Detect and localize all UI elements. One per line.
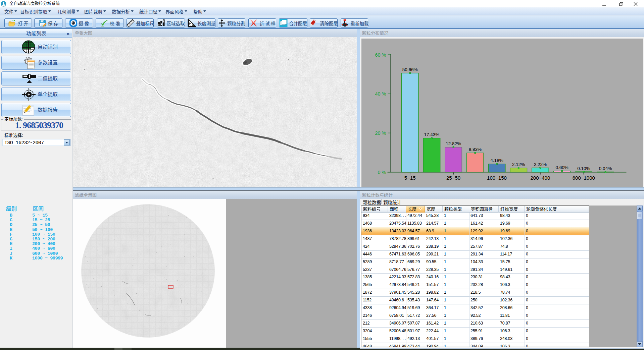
svg-text:50.66%: 50.66% <box>402 67 418 72</box>
svg-text:100~150: 100~150 <box>487 175 507 181</box>
svg-text:17.43%: 17.43% <box>424 132 440 137</box>
svg-text:60 %: 60 % <box>375 52 386 58</box>
svg-text:12.82%: 12.82% <box>446 141 461 146</box>
svg-text:4.18%: 4.18% <box>490 158 503 163</box>
svg-text:0.10%: 0.10% <box>577 166 590 171</box>
svg-text:20 %: 20 % <box>375 130 386 136</box>
svg-text:5~15: 5~15 <box>404 175 416 181</box>
svg-text:2.22%: 2.22% <box>534 162 547 167</box>
svg-text:2.12%: 2.12% <box>512 162 525 167</box>
svg-text:0.60%: 0.60% <box>555 165 568 170</box>
svg-text:0.04%: 0.04% <box>599 166 612 171</box>
svg-text:40 %: 40 % <box>375 91 386 97</box>
svg-text:200~400: 200~400 <box>530 175 550 181</box>
svg-text:600~1000: 600~1000 <box>573 175 595 181</box>
svg-text:9.83%: 9.83% <box>469 147 482 152</box>
svg-text:25~50: 25~50 <box>446 175 460 181</box>
svg-text:0 %: 0 % <box>378 170 386 175</box>
